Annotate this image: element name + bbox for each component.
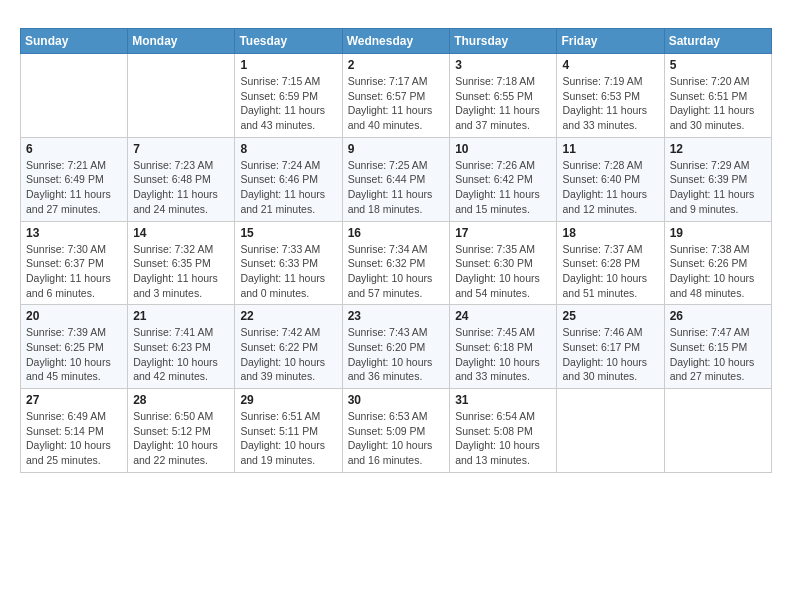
day-info: Sunrise: 7:39 AMSunset: 6:25 PMDaylight:… [26,325,122,384]
calendar-cell: 18Sunrise: 7:37 AMSunset: 6:28 PMDayligh… [557,221,664,305]
day-number: 8 [240,142,336,156]
day-number: 16 [348,226,445,240]
day-number: 6 [26,142,122,156]
calendar-cell: 27Sunrise: 6:49 AMSunset: 5:14 PMDayligh… [21,389,128,473]
weekday-header-saturday: Saturday [664,29,771,54]
day-info: Sunrise: 7:47 AMSunset: 6:15 PMDaylight:… [670,325,766,384]
day-info: Sunrise: 7:42 AMSunset: 6:22 PMDaylight:… [240,325,336,384]
day-number: 20 [26,309,122,323]
day-number: 25 [562,309,658,323]
day-number: 26 [670,309,766,323]
day-info: Sunrise: 7:20 AMSunset: 6:51 PMDaylight:… [670,74,766,133]
calendar-cell: 17Sunrise: 7:35 AMSunset: 6:30 PMDayligh… [450,221,557,305]
day-number: 11 [562,142,658,156]
calendar-cell: 19Sunrise: 7:38 AMSunset: 6:26 PMDayligh… [664,221,771,305]
calendar-cell: 3Sunrise: 7:18 AMSunset: 6:55 PMDaylight… [450,54,557,138]
day-info: Sunrise: 7:29 AMSunset: 6:39 PMDaylight:… [670,158,766,217]
calendar-cell: 25Sunrise: 7:46 AMSunset: 6:17 PMDayligh… [557,305,664,389]
calendar-cell [557,389,664,473]
calendar-cell: 4Sunrise: 7:19 AMSunset: 6:53 PMDaylight… [557,54,664,138]
day-number: 17 [455,226,551,240]
day-number: 30 [348,393,445,407]
weekday-header-thursday: Thursday [450,29,557,54]
day-number: 13 [26,226,122,240]
day-number: 7 [133,142,229,156]
day-number: 1 [240,58,336,72]
day-info: Sunrise: 7:19 AMSunset: 6:53 PMDaylight:… [562,74,658,133]
calendar-week-row: 13Sunrise: 7:30 AMSunset: 6:37 PMDayligh… [21,221,772,305]
calendar-cell: 21Sunrise: 7:41 AMSunset: 6:23 PMDayligh… [128,305,235,389]
day-info: Sunrise: 7:38 AMSunset: 6:26 PMDaylight:… [670,242,766,301]
calendar-cell: 28Sunrise: 6:50 AMSunset: 5:12 PMDayligh… [128,389,235,473]
day-number: 31 [455,393,551,407]
day-number: 29 [240,393,336,407]
calendar-cell: 29Sunrise: 6:51 AMSunset: 5:11 PMDayligh… [235,389,342,473]
day-number: 9 [348,142,445,156]
calendar-cell [664,389,771,473]
day-info: Sunrise: 7:43 AMSunset: 6:20 PMDaylight:… [348,325,445,384]
day-info: Sunrise: 7:41 AMSunset: 6:23 PMDaylight:… [133,325,229,384]
day-number: 2 [348,58,445,72]
calendar-cell: 22Sunrise: 7:42 AMSunset: 6:22 PMDayligh… [235,305,342,389]
day-info: Sunrise: 7:32 AMSunset: 6:35 PMDaylight:… [133,242,229,301]
calendar-week-row: 27Sunrise: 6:49 AMSunset: 5:14 PMDayligh… [21,389,772,473]
day-number: 12 [670,142,766,156]
day-info: Sunrise: 7:37 AMSunset: 6:28 PMDaylight:… [562,242,658,301]
day-info: Sunrise: 6:50 AMSunset: 5:12 PMDaylight:… [133,409,229,468]
day-number: 3 [455,58,551,72]
day-info: Sunrise: 7:17 AMSunset: 6:57 PMDaylight:… [348,74,445,133]
day-number: 4 [562,58,658,72]
day-info: Sunrise: 7:35 AMSunset: 6:30 PMDaylight:… [455,242,551,301]
calendar-cell: 15Sunrise: 7:33 AMSunset: 6:33 PMDayligh… [235,221,342,305]
weekday-header-friday: Friday [557,29,664,54]
day-info: Sunrise: 7:28 AMSunset: 6:40 PMDaylight:… [562,158,658,217]
day-number: 21 [133,309,229,323]
day-info: Sunrise: 7:46 AMSunset: 6:17 PMDaylight:… [562,325,658,384]
calendar-cell [128,54,235,138]
calendar-cell: 1Sunrise: 7:15 AMSunset: 6:59 PMDaylight… [235,54,342,138]
calendar-cell: 26Sunrise: 7:47 AMSunset: 6:15 PMDayligh… [664,305,771,389]
day-number: 14 [133,226,229,240]
calendar-cell: 5Sunrise: 7:20 AMSunset: 6:51 PMDaylight… [664,54,771,138]
calendar-cell: 24Sunrise: 7:45 AMSunset: 6:18 PMDayligh… [450,305,557,389]
calendar-cell: 8Sunrise: 7:24 AMSunset: 6:46 PMDaylight… [235,137,342,221]
day-info: Sunrise: 6:54 AMSunset: 5:08 PMDaylight:… [455,409,551,468]
day-info: Sunrise: 7:34 AMSunset: 6:32 PMDaylight:… [348,242,445,301]
calendar-cell: 12Sunrise: 7:29 AMSunset: 6:39 PMDayligh… [664,137,771,221]
day-info: Sunrise: 6:49 AMSunset: 5:14 PMDaylight:… [26,409,122,468]
calendar-cell: 9Sunrise: 7:25 AMSunset: 6:44 PMDaylight… [342,137,450,221]
day-info: Sunrise: 7:15 AMSunset: 6:59 PMDaylight:… [240,74,336,133]
calendar-cell: 20Sunrise: 7:39 AMSunset: 6:25 PMDayligh… [21,305,128,389]
day-number: 24 [455,309,551,323]
calendar-table: SundayMondayTuesdayWednesdayThursdayFrid… [20,28,772,473]
day-info: Sunrise: 7:45 AMSunset: 6:18 PMDaylight:… [455,325,551,384]
day-number: 15 [240,226,336,240]
day-number: 5 [670,58,766,72]
calendar-week-row: 6Sunrise: 7:21 AMSunset: 6:49 PMDaylight… [21,137,772,221]
calendar-cell: 23Sunrise: 7:43 AMSunset: 6:20 PMDayligh… [342,305,450,389]
calendar-cell: 11Sunrise: 7:28 AMSunset: 6:40 PMDayligh… [557,137,664,221]
weekday-header-tuesday: Tuesday [235,29,342,54]
calendar-cell: 13Sunrise: 7:30 AMSunset: 6:37 PMDayligh… [21,221,128,305]
day-number: 19 [670,226,766,240]
calendar-cell: 31Sunrise: 6:54 AMSunset: 5:08 PMDayligh… [450,389,557,473]
day-number: 28 [133,393,229,407]
day-info: Sunrise: 7:30 AMSunset: 6:37 PMDaylight:… [26,242,122,301]
calendar-cell: 7Sunrise: 7:23 AMSunset: 6:48 PMDaylight… [128,137,235,221]
day-info: Sunrise: 7:21 AMSunset: 6:49 PMDaylight:… [26,158,122,217]
calendar-week-row: 1Sunrise: 7:15 AMSunset: 6:59 PMDaylight… [21,54,772,138]
day-info: Sunrise: 7:24 AMSunset: 6:46 PMDaylight:… [240,158,336,217]
weekday-header-row: SundayMondayTuesdayWednesdayThursdayFrid… [21,29,772,54]
day-number: 23 [348,309,445,323]
day-info: Sunrise: 7:33 AMSunset: 6:33 PMDaylight:… [240,242,336,301]
weekday-header-wednesday: Wednesday [342,29,450,54]
day-number: 10 [455,142,551,156]
calendar-cell: 30Sunrise: 6:53 AMSunset: 5:09 PMDayligh… [342,389,450,473]
weekday-header-monday: Monday [128,29,235,54]
day-info: Sunrise: 6:51 AMSunset: 5:11 PMDaylight:… [240,409,336,468]
calendar-cell [21,54,128,138]
calendar-week-row: 20Sunrise: 7:39 AMSunset: 6:25 PMDayligh… [21,305,772,389]
day-info: Sunrise: 7:23 AMSunset: 6:48 PMDaylight:… [133,158,229,217]
calendar-cell: 14Sunrise: 7:32 AMSunset: 6:35 PMDayligh… [128,221,235,305]
day-info: Sunrise: 7:18 AMSunset: 6:55 PMDaylight:… [455,74,551,133]
